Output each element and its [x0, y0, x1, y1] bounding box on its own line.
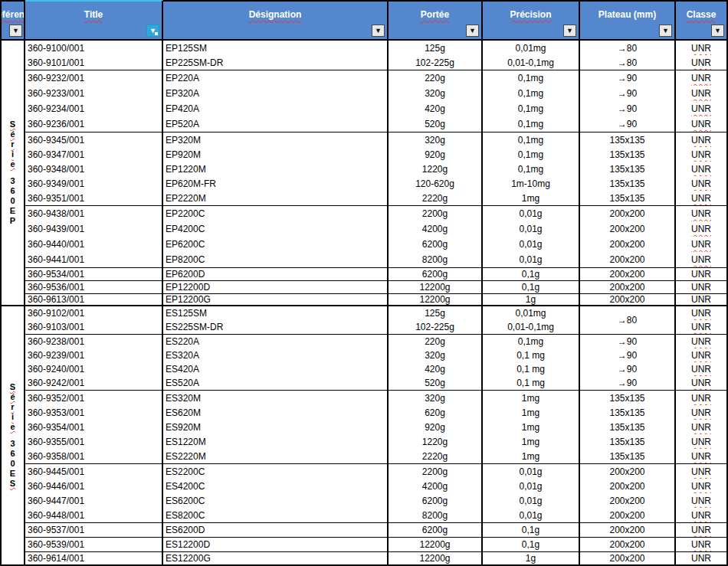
- cell-title[interactable]: 360-9232/001: [25, 70, 162, 86]
- cell-classe[interactable]: UNR: [676, 348, 726, 362]
- cell-title[interactable]: 360-9438/001: [25, 206, 162, 221]
- cell-portee[interactable]: 4200g: [389, 221, 481, 237]
- cell-classe[interactable]: UNR: [676, 362, 726, 376]
- filter-button-designation[interactable]: ▼: [372, 25, 385, 37]
- cell-title[interactable]: 360-9102/001: [25, 306, 162, 320]
- column-header-reference[interactable]: Référence ▼: [0, 0, 25, 39]
- cell-precision[interactable]: 0,01g: [483, 493, 579, 508]
- cell-classe[interactable]: UNR: [676, 508, 726, 522]
- cell-plateau[interactable]: →90: [580, 362, 674, 376]
- filter-button-portee[interactable]: ▼: [466, 25, 479, 37]
- cell-portee[interactable]: 4200g: [389, 479, 481, 493]
- cell-classe[interactable]: UNR: [676, 493, 726, 508]
- cell-portee[interactable]: 1220g: [389, 162, 481, 176]
- cell-title[interactable]: 360-9101/001: [25, 55, 162, 70]
- cell-precision[interactable]: 0,01mg: [483, 306, 579, 320]
- cell-portee[interactable]: 420g: [389, 101, 481, 116]
- cell-title[interactable]: 360-9441/001: [25, 252, 162, 267]
- cell-title[interactable]: 360-9236/001: [25, 116, 162, 132]
- cell-title[interactable]: 360-9349/001: [25, 176, 162, 191]
- cell-plateau[interactable]: 200x200: [580, 294, 674, 305]
- cell-precision[interactable]: 0,01g: [483, 508, 579, 522]
- cell-plateau[interactable]: 200x200: [580, 552, 674, 564]
- cell-designation[interactable]: ES620M: [163, 405, 387, 420]
- cell-plateau[interactable]: 200x200: [580, 538, 674, 551]
- cell-plateau[interactable]: 200x200: [580, 268, 674, 280]
- cell-precision[interactable]: 0,1mg: [483, 116, 579, 132]
- cell-title[interactable]: 360-9534/001: [25, 268, 162, 280]
- cell-designation[interactable]: EP320M: [163, 133, 387, 147]
- cell-classe[interactable]: UNR: [676, 320, 726, 334]
- cell-title[interactable]: 360-9100/001: [25, 41, 162, 55]
- cell-classe[interactable]: UNR: [676, 479, 726, 493]
- cell-designation[interactable]: EP8200C: [163, 252, 387, 267]
- cell-classe[interactable]: UNR: [676, 237, 726, 252]
- cell-portee[interactable]: 6200g: [389, 493, 481, 508]
- cell-plateau[interactable]: 200x200: [580, 221, 674, 237]
- cell-precision[interactable]: 1g: [483, 552, 579, 564]
- cell-precision[interactable]: 0,1g: [483, 538, 579, 551]
- cell-portee[interactable]: 2220g: [389, 191, 481, 205]
- cell-plateau[interactable]: 135x135: [580, 434, 674, 449]
- cell-title[interactable]: 360-9351/001: [25, 191, 162, 205]
- cell-designation[interactable]: ES6200D: [163, 523, 387, 537]
- cell-precision[interactable]: 1mg: [483, 420, 579, 434]
- cell-designation[interactable]: EP6200D: [163, 268, 387, 280]
- cell-precision[interactable]: 0,1 mg: [483, 376, 579, 390]
- filter-button-reference[interactable]: ▼: [9, 25, 22, 37]
- cell-plateau[interactable]: 135x135: [580, 405, 674, 420]
- cell-designation[interactable]: EP225SM-DR: [163, 55, 387, 70]
- cell-plateau[interactable]: 200x200: [580, 508, 674, 522]
- cell-precision[interactable]: 0,01g: [483, 479, 579, 493]
- cell-portee[interactable]: 12200g: [389, 538, 481, 551]
- cell-title[interactable]: 360-9353/001: [25, 405, 162, 420]
- cell-plateau[interactable]: →80: [580, 55, 674, 70]
- cell-portee[interactable]: 1220g: [389, 434, 481, 449]
- cell-classe[interactable]: UNR: [676, 376, 726, 390]
- cell-title[interactable]: 360-9613/001: [25, 294, 162, 305]
- cell-designation[interactable]: EP420A: [163, 101, 387, 116]
- filter-button-classe[interactable]: ▼: [711, 25, 724, 37]
- cell-portee[interactable]: 102-225g: [389, 55, 481, 70]
- cell-classe[interactable]: UNR: [676, 252, 726, 267]
- cell-designation[interactable]: ES4200C: [163, 479, 387, 493]
- cell-portee[interactable]: 620g: [389, 405, 481, 420]
- filter-button-precision[interactable]: ▼: [563, 25, 576, 37]
- cell-title[interactable]: 360-9445/001: [25, 464, 162, 479]
- cell-designation[interactable]: EP620M-FR: [163, 176, 387, 191]
- cell-portee[interactable]: 12200g: [389, 552, 481, 564]
- cell-plateau[interactable]: →80: [580, 41, 674, 55]
- cell-precision[interactable]: 1mg: [483, 434, 579, 449]
- cell-title[interactable]: 360-9238/001: [25, 335, 162, 348]
- cell-title[interactable]: 360-9233/001: [25, 86, 162, 101]
- cell-designation[interactable]: EP520A: [163, 116, 387, 132]
- cell-plateau[interactable]: 135x135: [580, 420, 674, 434]
- cell-precision[interactable]: 0,01g: [483, 464, 579, 479]
- cell-precision[interactable]: 0,01-0,1mg: [483, 55, 579, 70]
- cell-portee[interactable]: 2200g: [389, 206, 481, 221]
- cell-designation[interactable]: ES2220M: [163, 449, 387, 463]
- cell-designation[interactable]: ES920M: [163, 420, 387, 434]
- cell-precision[interactable]: 1mg: [483, 191, 579, 205]
- cell-precision[interactable]: 0,01g: [483, 252, 579, 267]
- cell-plateau[interactable]: 135x135: [580, 191, 674, 205]
- cell-title[interactable]: 360-9240/001: [25, 362, 162, 376]
- cell-portee[interactable]: 120-620g: [389, 176, 481, 191]
- cell-designation[interactable]: ES6200C: [163, 493, 387, 508]
- cell-classe[interactable]: UNR: [676, 70, 726, 86]
- cell-classe[interactable]: UNR: [676, 294, 726, 305]
- cell-designation[interactable]: ES12200D: [163, 538, 387, 551]
- cell-classe[interactable]: UNR: [676, 306, 726, 320]
- cell-portee[interactable]: 220g: [389, 335, 481, 348]
- cell-title[interactable]: 360-9242/001: [25, 376, 162, 390]
- cell-precision[interactable]: 0,01mg: [483, 41, 579, 55]
- cell-plateau[interactable]: →90: [580, 376, 674, 390]
- cell-plateau[interactable]: →90: [580, 348, 674, 362]
- cell-classe[interactable]: UNR: [676, 191, 726, 205]
- cell-classe[interactable]: UNR: [676, 41, 726, 55]
- cell-plateau[interactable]: 135x135: [580, 176, 674, 191]
- cell-designation[interactable]: ES1220M: [163, 434, 387, 449]
- cell-classe[interactable]: UNR: [676, 86, 726, 101]
- cell-classe[interactable]: UNR: [676, 391, 726, 405]
- cell-title[interactable]: 360-9537/001: [25, 523, 162, 537]
